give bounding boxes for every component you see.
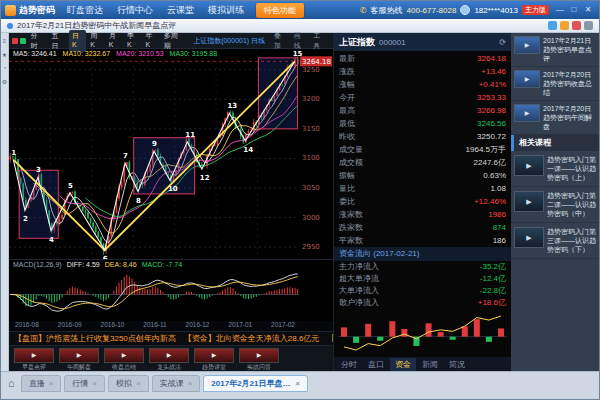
svg-text:13: 13 <box>227 102 237 110</box>
time-label: 2016-12 <box>186 321 210 331</box>
tab-close-icon[interactable]: × <box>49 379 54 388</box>
quote-row: 振幅0.63% <box>339 169 506 182</box>
alert-icon[interactable] <box>572 21 581 30</box>
main-candlestick-chart[interactable]: MA5: 3246.41MA10: 3232.67MA20: 3210.53MA… <box>9 49 333 259</box>
quote-value: 2247.6亿 <box>474 156 506 169</box>
title-bar: 趋势密码 盯盘雷达行情中心云课堂模拟训练 特色功能 ✆ 客服热线 400-677… <box>1 1 599 19</box>
home-icon[interactable]: ⌂ <box>5 375 18 392</box>
hotline-label: 客服热线 <box>371 5 403 16</box>
quote-tab-盘口[interactable]: 盘口 <box>363 358 389 371</box>
bottom-tab[interactable]: 直播× <box>21 375 62 392</box>
ticker-text: 【盘面】沪指震荡上行收复3250点创年内新高 【资金】北向资金全天净流入28.6… <box>14 333 333 344</box>
quote-value: 1986 <box>488 208 506 221</box>
quote-value: 1.08 <box>490 182 506 195</box>
phone-icon: ✆ <box>360 6 367 15</box>
svg-text:3: 3 <box>36 166 41 174</box>
menu-icon[interactable]: ≡ <box>3 38 7 44</box>
maximize-button[interactable]: □ <box>567 1 581 19</box>
fund-value: -12.4亿 <box>480 273 506 285</box>
menu-radar[interactable]: 盯盘雷达 <box>60 1 110 19</box>
news-title: 2017年2月20日趋势密码午间解盘 <box>543 104 596 131</box>
quote-row: 涨跌+13.46 <box>339 65 506 78</box>
user-account[interactable]: 182****4013 <box>474 6 518 15</box>
news-item[interactable]: 2017年2月20日趋势密码午间解盘 <box>511 101 599 135</box>
video-thumbnail[interactable]: 龙头战法 <box>149 348 189 372</box>
course-item[interactable]: 趋势密码入门第二课——认识趋势密码（中） <box>511 187 599 223</box>
bottom-tab[interactable]: 实战课× <box>152 375 201 392</box>
quote-row: 跌家数874 <box>339 221 506 234</box>
message-icon[interactable] <box>560 21 569 30</box>
video-thumbnail-image <box>239 348 279 363</box>
svg-text:3264.18: 3264.18 <box>302 58 331 66</box>
bottom-tabs: 直播×行情×模拟×实战课×2017年2月21日早盘点评× <box>21 375 308 392</box>
tab-close-icon[interactable]: × <box>295 379 300 388</box>
settings-icon[interactable] <box>584 21 593 30</box>
menu-quotes[interactable]: 行情中心 <box>110 1 160 19</box>
tab-close-icon[interactable]: × <box>136 379 141 388</box>
quote-header: 上证指数 000001 ⟳ <box>334 33 511 51</box>
news-title: 2017年2月20日趋势密码收盘总结 <box>543 70 596 97</box>
menu-sim[interactable]: 模拟训练 <box>201 1 251 19</box>
video-thumbnail-image <box>59 348 99 363</box>
video-thumbnail[interactable]: 早盘点评 <box>14 348 54 372</box>
bottom-tab[interactable]: 行情× <box>64 375 105 392</box>
bottom-tab-bar: ⌂ 直播×行情×模拟×实战课×2017年2月21日早盘点评× <box>1 371 599 399</box>
bottom-tab[interactable]: 2017年2月21日早盘点评× <box>203 375 308 392</box>
tab-close-icon[interactable]: × <box>92 379 97 388</box>
svg-text:2950: 2950 <box>302 243 320 251</box>
quote-value: 186 <box>493 234 506 247</box>
quote-row: 量比1.08 <box>339 182 506 195</box>
svg-text:4: 4 <box>49 236 54 244</box>
close-button[interactable]: ✕ <box>581 1 595 19</box>
video-thumbnail[interactable]: 收盘总结 <box>104 348 144 372</box>
news-ticker[interactable]: 【盘面】沪指震荡上行收复3250点创年内新高 【资金】北向资金全天净流入28.6… <box>9 331 333 345</box>
video-thumbnail[interactable]: 趋势讲堂 <box>194 348 234 372</box>
tab-label: 模拟 <box>116 378 132 389</box>
app-logo: 趋势密码 <box>5 4 55 17</box>
feature-button[interactable]: 特色功能 <box>256 3 304 18</box>
fund-flow-mini-chart[interactable] <box>338 310 507 356</box>
quote-label: 最新 <box>339 52 355 65</box>
video-thumbnail-image <box>14 348 54 363</box>
right-sidebar: 2017年2月21日趋势密码早盘点评2017年2月20日趋势密码收盘总结2017… <box>511 33 599 371</box>
titlebar-right: ✆ 客服热线 400-677-8028 182****4013 主力版 —□✕ <box>360 1 595 19</box>
quote-tab-资金[interactable]: 资金 <box>390 358 416 371</box>
gear-icon[interactable]: ⚙ <box>2 78 7 85</box>
menu-cloud[interactable]: 云课堂 <box>160 1 201 19</box>
quote-label: 委比 <box>339 195 355 208</box>
quote-tab-简况[interactable]: 简况 <box>444 358 470 371</box>
avatar[interactable] <box>460 5 470 15</box>
news-item[interactable]: 2017年2月20日趋势密码收盘总结 <box>511 67 599 101</box>
toolbar-icons <box>548 21 593 30</box>
macd-indicator-panel[interactable]: MACD(12,26,9) DIFF: 4.59 DEA: 8.46 MACD:… <box>9 259 333 321</box>
video-thumbnail[interactable]: 午间解盘 <box>59 348 99 372</box>
index-code: 000001 <box>379 38 406 47</box>
svg-text:3150: 3150 <box>302 125 320 133</box>
video-thumbnail-image <box>194 348 234 363</box>
live-dot-icon <box>7 23 13 29</box>
quote-label: 昨收 <box>339 130 355 143</box>
quote-row: 今开3253.33 <box>339 91 506 104</box>
bottom-tab[interactable]: 模拟× <box>108 375 149 392</box>
quote-row: 涨家数1986 <box>339 208 506 221</box>
refresh-icon[interactable] <box>548 21 557 30</box>
course-item[interactable]: 趋势密码入门第一课——认识趋势密码（上） <box>511 151 599 187</box>
main-area: ≡★◔⚙ 分时五日日K周K月K季K年K多周期 上证指数(000001) 日线 叠… <box>1 33 599 371</box>
left-icon-strip: ≡★◔⚙ <box>1 33 9 371</box>
news-item[interactable]: 2017年2月21日趋势密码早盘点评 <box>511 33 599 67</box>
svg-text:8: 8 <box>136 197 141 205</box>
course-thumbnail <box>514 155 544 176</box>
tab-close-icon[interactable]: × <box>188 379 193 388</box>
video-thumbnail[interactable]: 实战问答 <box>239 348 279 372</box>
quote-label: 平家数 <box>339 234 363 247</box>
quote-tab-新闻[interactable]: 新闻 <box>417 358 443 371</box>
refresh-icon[interactable]: ⟳ <box>499 38 506 47</box>
quote-value: 3250.72 <box>477 130 506 143</box>
star-icon[interactable]: ★ <box>2 51 7 58</box>
news-thumbnail <box>514 70 540 88</box>
course-item[interactable]: 趋势密码入门第三课——认识趋势密码（下） <box>511 223 599 259</box>
minimize-button[interactable]: — <box>553 1 567 19</box>
news-list: 2017年2月21日趋势密码早盘点评2017年2月20日趋势密码收盘总结2017… <box>511 33 599 135</box>
clock-icon[interactable]: ◔ <box>3 65 7 71</box>
quote-tab-分时[interactable]: 分时 <box>336 358 362 371</box>
